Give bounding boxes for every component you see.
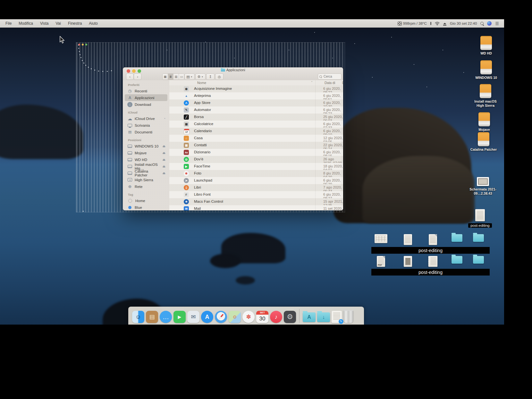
file-row[interactable]: ◎Dov'è26 ago 2020, 07:09 [169,156,343,163]
menulist-icon[interactable]: ☰ [495,21,499,26]
column-header-size[interactable]: Di [342,81,343,85]
desktop-item-table-doc[interactable] [375,234,387,243]
desktop-item-folded-doc[interactable] [429,234,437,245]
menu-item-vista[interactable]: Vista [37,21,52,26]
dock-contatti[interactable]: ▤ [146,311,158,323]
dock-preferenze-di-sistema[interactable]: ⚙ [284,311,296,323]
desktop-item-text-doc[interactable] [404,234,412,245]
file-row[interactable]: ▲Anteprima6 giu 2020, 09:51 [169,92,343,99]
sidebar-item-catalina-patcher[interactable]: Catalina Patcher⏏ [125,170,167,176]
fan-status[interactable]: 998rpm / 38°C [398,21,427,26]
column-header-name[interactable]: Nome [197,81,206,85]
sidebar-item-high-sierra[interactable]: High Sierra [125,176,167,183]
eject-icon[interactable]: ⏏ [163,165,165,168]
dock-facetime[interactable]: ▶ [173,311,186,323]
clock-text[interactable]: Gio 30 set 22:40 [450,21,477,25]
desktop-icon-schermata-2021-09-2-38-43[interactable]: Schermata 2021-09…2.38.43 [468,177,498,196]
desktop-item-pdf-doc[interactable]: PDF [377,256,385,267]
desktop-item-folder[interactable] [473,256,484,264]
forward-button[interactable]: › [134,73,141,80]
desktop-item-image-doc[interactable] [404,256,412,267]
file-row[interactable]: ▯Libri7 ago 2020, 06:43 [169,184,343,191]
dock-app-store[interactable]: A [201,311,213,323]
list-view-button[interactable]: ≣ [168,74,173,80]
sidebar-item-download[interactable]: Download [125,101,167,108]
share-button[interactable]: ↥ [206,73,215,80]
dock-finder[interactable]: ☺ [132,311,144,323]
minimize-button[interactable] [132,69,136,73]
eject-icon[interactable]: ⏏ [163,151,165,155]
desktop-item-folder[interactable] [473,234,484,242]
sidebar-item-recenti[interactable]: Recenti [125,88,167,94]
dock-cartella-applicazioni[interactable]: A [303,312,316,323]
wifi-icon[interactable] [435,22,440,25]
action-button[interactable]: ⚙▼ [195,73,206,80]
column-view-button[interactable]: ▥ [173,74,179,80]
eject-icon[interactable] [443,23,446,24]
file-row[interactable]: ▤Contatti22 giu 2020, 05:24 [169,142,343,149]
search-field[interactable] [318,73,342,80]
file-row[interactable]: 17Calendario6 giu 2020, 09:10 [169,128,343,135]
file-row[interactable]: AaDizionario6 giu 2020, 08:15 [169,149,343,156]
file-row[interactable]: ╱Borsa25 giu 2020, 06:03 [169,114,343,121]
back-button[interactable]: ‹ [126,73,134,80]
sidebar-item-blue[interactable]: Blue [125,204,167,210]
file-row[interactable]: ✎Automator6 giu 2020, 08:23 [169,106,343,114]
desktop-item-folder[interactable] [452,234,462,242]
column-divider[interactable] [341,80,342,210]
desktop-item-spiral-doc[interactable] [428,256,438,267]
file-row[interactable]: ⌂Casa12 giu 2020, 03:05 [169,135,343,142]
file-row[interactable]: ◉Acquisizione Immagine6 giu 2020, 08:22 [169,85,343,92]
dongle-icon[interactable] [430,22,431,25]
desktop-icon-windows-10[interactable]: WINDOWS 10 [471,60,501,80]
finder-titlebar[interactable]: Applicazioni ‹ › ▦ ≣ ▥ ▭ ▤▼ ⚙▼ ↥ ◎ [123,67,343,81]
file-row[interactable]: AApp Store6 giu 2020, 10:30 [169,99,343,106]
sidebar-item-documenti[interactable]: Documenti [125,129,167,135]
eject-icon[interactable]: ⏏ [163,144,165,148]
sidebar-item-icloud-drive[interactable]: iCloud Drive◔ [125,115,167,122]
file-row[interactable]: ✉Mail11 set 2020, 03:40 [169,205,343,210]
sidebar-item-mojave[interactable]: Mojave⏏ [125,149,167,156]
close-button[interactable] [127,69,130,73]
sidebar-item-wd-hd[interactable]: WD HD⏏ [125,156,167,163]
desktop-icon-catalina-patcher[interactable]: Catalina Patcher [469,132,498,152]
file-row[interactable]: FLibro Font6 giu 2020, 08:27 [169,191,343,198]
menu-item-aiuto[interactable]: Aiuto [85,21,101,26]
siri-icon[interactable] [487,21,492,26]
menu-item-vai[interactable]: Vai [52,21,64,26]
dock-cartella-download[interactable]: ↓ [317,312,330,323]
file-row[interactable]: ✽Foto8 giu 2020, 04:20 [169,170,343,177]
tags-button[interactable]: ◎ [215,73,224,80]
file-row[interactable]: ✳Macs Fan Control15 apr 2021, 12:35 [169,198,343,205]
dock-mail[interactable]: ✉ [187,311,199,323]
eject-icon[interactable]: ⏏ [163,158,165,161]
sidebar-item-home[interactable]: Home [125,197,167,204]
search-icon[interactable] [480,22,484,25]
menu-item-file[interactable]: File [2,21,15,26]
search-input[interactable] [323,74,339,79]
column-divider[interactable] [315,80,316,210]
dock-foto[interactable]: ✽ [242,311,255,323]
zoom-button[interactable] [138,69,141,73]
sidebar-item-scrivania[interactable]: Scrivania [125,122,167,129]
menu-item-modifica[interactable]: Modifica [15,21,37,26]
desktop-icon-mojave[interactable]: Mojave [469,112,499,132]
dock-mappe[interactable]: ⊙ [229,311,241,323]
dock-musica[interactable]: ♪ [270,311,282,323]
sidebar-item-install-macos-hig-[interactable]: Install macOS Hig…⏏ [125,163,167,170]
desktop-item-folder[interactable] [452,256,462,264]
dock-safari[interactable] [215,311,227,323]
dock-messaggi[interactable]: … [160,311,172,323]
gallery-view-button[interactable]: ▭ [179,74,184,80]
sidebar-item-applicazioni[interactable]: Applicazioni [125,94,167,101]
desktop-icon-post-editing[interactable]: post-editing [465,209,495,228]
dock-documento[interactable] [332,311,342,323]
icon-view-button[interactable]: ▦ [163,74,168,80]
sidebar-item-windows-10[interactable]: WINDOWS 10⏏ [125,143,167,149]
file-row[interactable]: ▶FaceTime18 giu 2020, 04:02 [169,163,343,170]
menu-item-finestra[interactable]: Finestra [64,21,85,26]
eject-icon[interactable]: ⏏ [163,171,165,175]
group-button[interactable]: ▤▼ [184,73,195,80]
desktop-icon-wd-hd[interactable]: WD HD [471,36,501,55]
file-row[interactable]: ➤Launchpad6 giu 2020, 06:29 [169,177,343,184]
